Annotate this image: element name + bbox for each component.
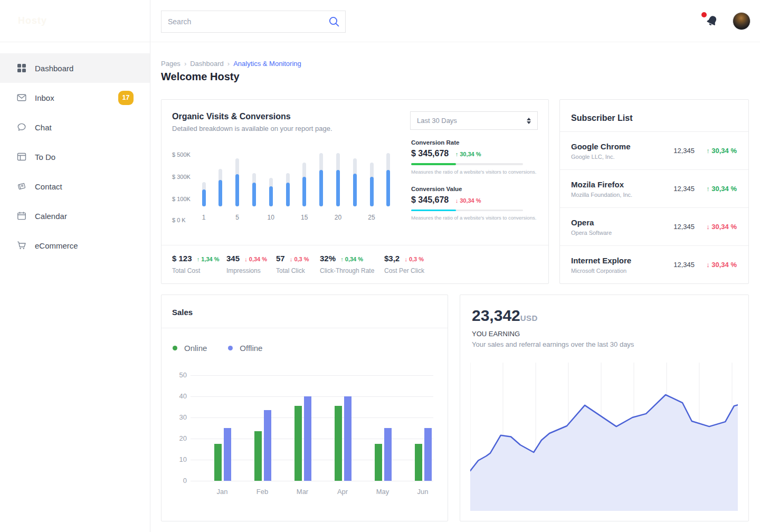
sidebar-nav: Dashboard Inbox 17 Chat To Do Contact Ca… [0, 53, 150, 260]
organic-card-subtitle: Detailed breakdown is available on your … [172, 125, 332, 132]
sidebar-item-label: Chat [35, 123, 52, 132]
gridline [191, 481, 433, 481]
dashboard-icon [17, 63, 26, 73]
stat-value: 57 ↓ 0,3 % [276, 254, 320, 263]
app: Hosty Dashboard Inbox 17 Chat To Do Cont… [0, 0, 760, 532]
period-select-value: Last 30 Days [417, 117, 457, 125]
sidebar-item-dashboard[interactable]: Dashboard [0, 53, 150, 83]
subscriber-row-internet-explore[interactable]: Internet Explore Microsoft Corporation 1… [560, 245, 748, 283]
notifications-button[interactable] [705, 14, 719, 28]
conversion-caption: Measures the ratio of a website's visito… [411, 215, 539, 221]
legend-item-offline[interactable]: Offline [228, 344, 262, 353]
sales-bar-offline [224, 428, 231, 481]
earnings-area-chart [470, 363, 738, 511]
organic-bar [336, 153, 340, 206]
y-axis-label: $ 500K [172, 151, 195, 158]
period-select[interactable]: Last 30 Days [410, 111, 538, 130]
earnings-amount: 23,342USD [472, 307, 538, 325]
stat-value: $ 123 ↑ 1,34 % [172, 254, 226, 263]
breadcrumb-item-dashboard[interactable]: Dashboard [190, 60, 224, 68]
divider [162, 328, 448, 328]
sidebar-badge: 17 [118, 91, 134, 105]
subscriber-row-opera[interactable]: Opera Opera Software 12,345 ↓ 30,34 % [560, 207, 748, 245]
subscriber-delta: ↓ 30,34 % [695, 261, 737, 269]
conversion-label: Conversion Value [411, 186, 539, 192]
organic-bar [386, 153, 390, 206]
legend-item-online[interactable]: Online [173, 344, 207, 353]
sales-bar-offline [384, 428, 392, 481]
main-content: Pages›Dashboard›Analytics & Monitoring W… [150, 42, 760, 532]
stat-label: Cost Per Click [384, 267, 448, 274]
y-axis-label: 10 [166, 455, 187, 463]
ecommerce-icon [17, 241, 26, 250]
calendar-icon [17, 211, 26, 221]
organic-bar [370, 163, 374, 206]
x-axis-label: Jan [211, 488, 234, 496]
sales-bar-offline [344, 396, 352, 481]
stat-label: Total Click [276, 267, 320, 274]
sidebar-item-chat[interactable]: Chat [0, 112, 150, 142]
y-axis-label: 20 [166, 434, 187, 442]
avatar[interactable] [733, 12, 750, 30]
gridline [191, 375, 433, 376]
conversion-value: $ 345,678 ↓ 30,34 % [411, 195, 539, 205]
sidebar-item-inbox[interactable]: Inbox 17 [0, 83, 150, 112]
legend-dot-icon [228, 346, 233, 350]
breadcrumb: Pages›Dashboard›Analytics & Monitoring [161, 60, 301, 68]
sales-card-title: Sales [172, 308, 193, 317]
subscriber-row-google-chrome[interactable]: Google Chrome Google LLC, Inc. 12,345 ↑ … [560, 131, 748, 169]
subscriber-row-mozila-firefox[interactable]: Mozila Firefox Mozilla Foundation, Inc. … [560, 169, 748, 207]
sales-card: Sales Online Offline 01020304050JanFebMa… [161, 294, 448, 521]
todo-icon [17, 152, 26, 162]
contact-icon [17, 182, 26, 191]
sales-bar-online [294, 406, 302, 481]
sales-bar-offline [304, 396, 311, 481]
stat-delta: ↓ 0,3 % [404, 256, 424, 262]
subscriber-list-card: Subscriber List Google Chrome Google LLC… [559, 99, 749, 284]
organic-bar [269, 178, 273, 206]
breadcrumb-separator: › [184, 60, 186, 68]
sales-legend: Online Offline [173, 344, 262, 353]
x-axis-label: 10 [263, 214, 279, 221]
sales-bar-online [214, 444, 222, 481]
search-input[interactable] [162, 11, 345, 32]
search-icon[interactable] [328, 16, 340, 30]
sidebar-item-ecommerce[interactable]: eCommerce [0, 231, 150, 260]
conversion-value: $ 345,678 ↑ 30,34 % [411, 149, 539, 158]
sidebar-item-label: Dashboard [35, 64, 73, 73]
stat-delta: ↓ 0,3 % [290, 256, 309, 262]
subscriber-info: Internet Explore Microsoft Corporation [571, 256, 665, 274]
stat-total-cost: $ 123 ↑ 1,34 % Total Cost [172, 254, 226, 283]
sales-bar-online [335, 406, 342, 481]
sidebar: Hosty Dashboard Inbox 17 Chat To Do Cont… [0, 0, 150, 532]
y-axis-label: $ 300K [172, 174, 195, 180]
breadcrumb-item-pages[interactable]: Pages [161, 60, 180, 68]
sales-bar-offline [264, 410, 271, 481]
area-chart-svg [470, 363, 738, 511]
conversion-panel: Conversion Rate $ 345,678 ↑ 30,34 % Meas… [411, 139, 539, 232]
sidebar-item-calendar[interactable]: Calendar [0, 201, 150, 231]
sidebar-item-label: Contact [35, 182, 62, 191]
y-axis-label: 30 [166, 413, 187, 421]
x-axis-label: 25 [364, 214, 379, 221]
inbox-icon [17, 93, 26, 102]
kpi-stats-row: $ 123 ↑ 1,34 % Total Cost 345 ↓ 0,34 % I… [162, 245, 548, 283]
organic-bar [302, 163, 306, 206]
subscriber-count: 12,345 [665, 147, 695, 155]
sidebar-item-contact[interactable]: Contact [0, 172, 150, 201]
subscriber-count: 12,345 [665, 185, 695, 193]
sidebar-item-label: eCommerce [35, 241, 78, 250]
organic-visits-card: Organic Visits & Conversions Detailed br… [161, 99, 549, 284]
x-axis-label: Feb [251, 488, 274, 496]
legend-label: Offline [240, 344, 262, 353]
sales-bar-chart: 01020304050JanFebMarAprMayJun [162, 295, 448, 521]
sidebar-item-to-do[interactable]: To Do [0, 142, 150, 172]
stat-delta: ↑ 0,34 % [340, 256, 363, 262]
breadcrumb-item-analytics-monitoring[interactable]: Analytics & Monitoring [233, 60, 301, 68]
subscriber-list-title: Subscriber List [571, 113, 632, 123]
stat-label: Impressions [226, 267, 276, 274]
earnings-currency: USD [520, 314, 538, 322]
sales-bar-online [415, 444, 422, 481]
legend-dot-icon [173, 346, 177, 350]
subscriber-info: Opera Opera Software [571, 218, 665, 236]
